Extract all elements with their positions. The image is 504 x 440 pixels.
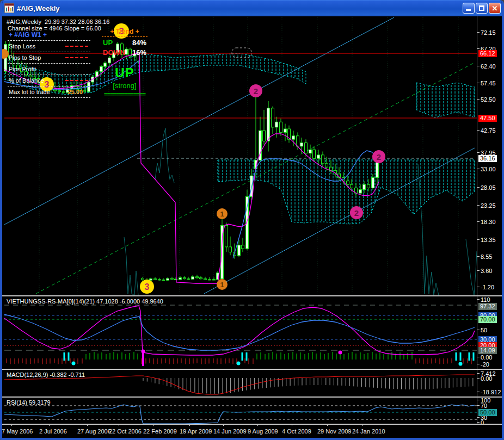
scale-badge: 50.00: [478, 409, 497, 416]
scale-tick: 52.50: [481, 96, 496, 103]
rsi-panel[interactable]: [2, 398, 477, 424]
signal-marker[interactable]: 2: [249, 84, 262, 97]
chart-content: 33322211 #AIG,Weekly 29.39 37.32 28.06 3…: [2, 16, 502, 438]
date-label: 4 Oct 2009: [282, 428, 311, 435]
scale-tick: 23.25: [481, 202, 496, 209]
scale-tick: 110: [481, 296, 490, 303]
scale-tick: -1.20: [481, 284, 494, 290]
close-button[interactable]: ✕: [489, 3, 501, 14]
date-label: 2 Jul 2006: [39, 428, 67, 435]
scale-tick: 70: [481, 402, 487, 409]
trend-up-percent: 84%: [132, 39, 146, 47]
trade-panel-title: + #AIG W1 +: [8, 30, 90, 41]
trade-row-label: Max lot to trade: [9, 89, 67, 95]
max-lot-value: 25.00: [67, 89, 83, 95]
mt4-chart-window: #AIG,Weekly ✕ 33322211 #AIG,Weekly 29.39…: [0, 0, 504, 440]
minimize-button[interactable]: [463, 3, 475, 14]
scale-badge: 97.32: [478, 303, 497, 310]
trend-strength: [strong]: [102, 82, 147, 90]
scale-tick: 72.15: [481, 29, 496, 36]
panel-splitter[interactable]: [2, 369, 502, 370]
minimize-icon: [466, 9, 471, 11]
scale-tick: 8.55: [481, 253, 492, 260]
panel-splitter[interactable]: [2, 396, 502, 398]
trend-up-label: UP: [103, 39, 113, 47]
trade-info-panel: + #AIG W1 + Stop LossPips to StopPips Pr…: [8, 30, 90, 98]
date-label: 29 Nov 2009: [317, 428, 351, 435]
red-dashes-indicator: [65, 80, 88, 81]
signal-marker[interactable]: 1: [217, 208, 228, 219]
svg-text:1: 1: [220, 210, 224, 218]
title-bar: #AIG,Weekly ✕: [0, 0, 504, 16]
trend-up-row: UP 84%: [102, 37, 147, 47]
scale-tick: 0.00: [481, 354, 492, 361]
svg-text:2: 2: [377, 152, 381, 162]
scale-tick: 42.75: [481, 127, 496, 134]
scale-tick: 57.45: [481, 80, 496, 86]
viethung-header: VIETHUNGSS-RS-MA[0](14)(21) 47.1028 -6.0…: [7, 298, 163, 305]
signal-marker[interactable]: 2: [372, 150, 385, 163]
scale-tick: 0.00: [481, 375, 492, 382]
scale-badge: 47.50: [478, 115, 497, 122]
trend-down-label: DOWN: [103, 48, 125, 57]
trade-panel-row: Stop Loss: [8, 41, 90, 52]
price-scale[interactable]: 72.1567.2062.4057.4552.5042.7537.9533.00…: [477, 16, 502, 424]
trade-row-label: Pips Profit: [9, 66, 90, 72]
date-label: 22 Feb 2009: [143, 428, 177, 435]
viethung-panel[interactable]: [2, 296, 477, 368]
svg-text:3: 3: [145, 282, 150, 292]
red-dashes-indicator: [65, 46, 88, 47]
svg-text:1: 1: [220, 281, 224, 289]
quote-info-line: #AIG,Weekly 29.39 37.32 28.06 36.16: [7, 18, 109, 25]
scale-tick: 3.60: [481, 268, 492, 274]
date-label: 7 May 2006: [2, 428, 33, 435]
trend-down-percent: 16%: [132, 48, 146, 57]
panel-splitter[interactable]: [2, 295, 502, 296]
signal-marker[interactable]: 2: [350, 206, 363, 219]
scale-tick: -20: [481, 361, 489, 368]
scale-badge: 66.12: [478, 50, 497, 57]
date-label: 22 Oct 2006: [109, 428, 142, 435]
trade-panel-row: Max lot to trade25.00: [8, 86, 90, 98]
scale-tick: 18.30: [481, 219, 496, 225]
close-icon: ✕: [489, 4, 500, 13]
trade-row-label: Stop Loss: [9, 43, 65, 49]
maximize-button[interactable]: [476, 3, 488, 14]
scale-tick: 50: [481, 327, 487, 333]
trade-panel-row: Pips Profit: [8, 64, 90, 75]
trend-underline: ==============: [102, 91, 147, 97]
scale-tick: 33.00: [481, 166, 496, 172]
trade-panel-row: % of Balance: [8, 75, 90, 86]
scale-tick: 28.05: [481, 184, 496, 191]
trend-indicator-panel: + Trend + UP 84% DOWN 16% UP [strong] ==…: [102, 28, 147, 97]
window-title: #AIG,Weekly: [17, 4, 463, 13]
rsi-header: RSI(14) 59.3179: [7, 399, 51, 406]
date-label: 19 Apr 2009: [180, 428, 212, 435]
chart-window-icon: [4, 3, 14, 13]
maximize-icon: [479, 5, 484, 11]
trend-down-row: DOWN 16%: [102, 47, 147, 57]
date-label: 24 Jan 2010: [352, 428, 385, 435]
date-label: 14 Jun 2009: [213, 428, 247, 435]
svg-text:2: 2: [254, 86, 258, 96]
panel-splitter[interactable]: [2, 424, 502, 425]
scale-tick: -18.912: [481, 389, 501, 395]
signal-marker[interactable]: 3: [140, 280, 154, 294]
macd-header: MACD(12,26,9) -0.382 -0.711: [7, 371, 85, 378]
red-dashes-indicator: [65, 57, 88, 58]
date-label: 9 Aug 2009: [248, 428, 278, 435]
scale-badge: 36.16: [478, 155, 497, 162]
trend-panel-title: + Trend +: [102, 28, 147, 37]
trend-signal: UP: [102, 65, 147, 80]
scale-badge: 70.00: [478, 316, 497, 323]
signal-marker[interactable]: 1: [217, 279, 228, 290]
scale-badge: 14.09: [478, 347, 497, 354]
trade-panel-row: Pips to Stop: [8, 52, 90, 64]
date-axis[interactable]: 7 May 20062 Jul 200627 Aug 200622 Oct 20…: [2, 424, 502, 438]
svg-text:2: 2: [354, 208, 359, 218]
trade-row-label: Pips to Stop: [9, 54, 65, 61]
scale-tick: 13.35: [481, 237, 496, 243]
scale-tick: 62.40: [481, 63, 496, 70]
trade-row-label: % of Balance: [9, 77, 65, 84]
date-label: 27 Aug 2006: [77, 428, 111, 435]
